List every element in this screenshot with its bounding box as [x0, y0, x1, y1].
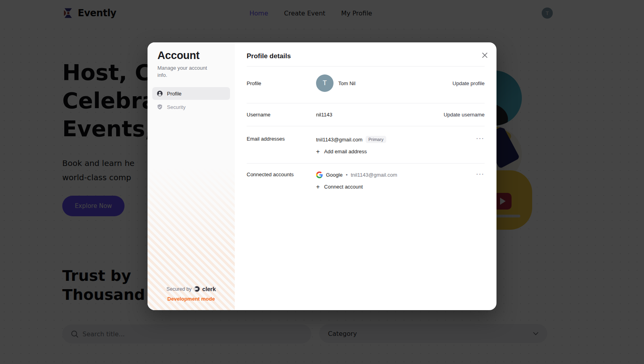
secured-by-label: Secured by	[167, 286, 192, 292]
add-email-address-button[interactable]: + Add email address	[316, 149, 386, 154]
profile-row-label: Profile	[247, 74, 316, 86]
sidebar-subtitle: Manage your account info.	[157, 65, 218, 79]
email-options-menu-button[interactable]: ···	[476, 136, 485, 142]
clerk-logo-icon	[194, 286, 200, 292]
ellipsis-icon: ···	[476, 171, 485, 177]
connected-accounts-row: Connected accounts Google • tnil1143@gma…	[247, 164, 485, 198]
connect-account-button[interactable]: + Connect account	[316, 184, 397, 190]
primary-badge: Primary	[366, 136, 386, 143]
sidebar-item-label: Profile	[167, 91, 182, 97]
sidebar-item-profile[interactable]: Profile	[152, 87, 230, 100]
profile-row-value: T Tom Nil	[316, 74, 355, 92]
email-row-label: Email addresses	[247, 136, 316, 142]
connected-row-label: Connected accounts	[247, 172, 316, 177]
provider-name: Google	[326, 172, 343, 178]
sidebar-item-security[interactable]: Security	[152, 101, 230, 113]
connect-account-label: Connect account	[324, 184, 363, 190]
ellipsis-icon: ···	[476, 135, 485, 142]
user-full-name: Tom Nil	[338, 80, 355, 86]
clerk-wordmark: clerk	[202, 286, 216, 292]
connected-account-entry: Google • tnil1143@gmail.com	[316, 172, 397, 178]
sidebar-item-label: Security	[167, 104, 186, 110]
username-value: nil1143	[316, 112, 332, 118]
avatar-initial: T	[323, 79, 327, 87]
update-username-button[interactable]: Update username	[444, 112, 485, 118]
add-email-label: Add email address	[324, 149, 367, 154]
username-row-label: Username	[247, 112, 316, 118]
connected-row-value: Google • tnil1143@gmail.com + Connect ac…	[316, 172, 397, 190]
connected-options-menu-button[interactable]: ···	[476, 172, 485, 177]
secured-by-clerk-link[interactable]: Secured by clerk	[167, 286, 216, 292]
connected-account-email: tnil1143@gmail.com	[351, 172, 397, 178]
user-icon	[157, 90, 163, 97]
google-icon	[316, 172, 323, 178]
account-modal-sidebar: Account Manage your account info. Profil…	[148, 42, 235, 310]
plus-icon: +	[316, 184, 320, 189]
profile-details-panel: Profile details Profile T Tom Nil Update…	[235, 42, 496, 310]
email-address: tnil1143@gmail.com	[316, 137, 362, 143]
separator-dot: •	[346, 172, 348, 178]
plus-icon: +	[316, 149, 320, 154]
sidebar-nav: Profile Security	[152, 87, 230, 113]
sidebar-title: Account	[157, 50, 230, 62]
update-profile-button[interactable]: Update profile	[452, 74, 485, 86]
email-addresses-row: Email addresses tnil1143@gmail.com Prima…	[247, 126, 485, 163]
sidebar-footer: Secured by clerk Development mode	[148, 285, 235, 302]
account-modal: Account Manage your account info. Profil…	[148, 42, 496, 310]
avatar: T	[316, 74, 334, 92]
username-row: Username nil1143 Update username	[247, 103, 485, 126]
email-row-value: tnil1143@gmail.com Primary + Add email a…	[316, 136, 386, 154]
modal-close-button[interactable]	[480, 50, 489, 60]
panel-title: Profile details	[247, 52, 485, 60]
close-icon	[482, 53, 487, 58]
email-entry: tnil1143@gmail.com Primary	[316, 136, 386, 143]
profile-row: Profile T Tom Nil Update profile	[247, 67, 485, 103]
shield-icon	[157, 104, 163, 110]
development-mode-label: Development mode	[148, 296, 235, 302]
